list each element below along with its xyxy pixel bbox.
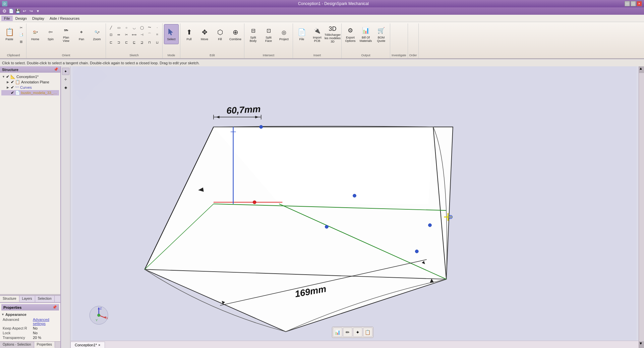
tab-properties[interactable]: Properties [34,342,55,348]
menu-design[interactable]: Design [13,16,30,21]
split-body-button[interactable]: ⊟ Split Body [246,24,260,44]
canvas-area[interactable]: ✦ ✧ ◈ [61,66,644,348]
sketch-extra2[interactable]: ⊐ [115,39,122,46]
download-3d-button[interactable]: 3D Télécharger les modèles 3D [325,24,340,44]
advanced-value[interactable]: Advanced settings [33,318,58,326]
clipboard-label: Clipboard [2,54,25,58]
tree-item-model[interactable]: ✔ 📄 bustin_modela_33_tail_profi... [1,90,59,95]
properties-header: Properties 📌 [1,304,59,310]
structure-pin-icon[interactable]: 📌 [54,67,58,72]
split-button[interactable]: ⊣ [138,31,145,38]
sketch-extra4[interactable]: ⊑ [130,39,138,46]
bom-quote-button[interactable]: 🛒 BOM Quote [374,24,389,44]
redo-button[interactable]: ↪ [28,8,34,14]
output-label: Output [361,54,370,58]
home-button[interactable]: 🏠▾ Home [28,24,43,44]
combine-button[interactable]: ⊕ Combine [228,24,243,44]
paste-special-button[interactable]: ⊞ [17,38,25,45]
circle-button[interactable]: ○ [123,24,130,31]
maximize-button[interactable]: □ [631,1,636,6]
arc-button[interactable]: ◡ [130,24,138,31]
sketch-extra7[interactable]: ⊔ [154,39,161,46]
app-logo: ⚙ [1,8,7,14]
ellipse-button[interactable]: ◯ [138,24,145,31]
mirror-button[interactable]: ⇔ [115,31,122,38]
right-scrollbar[interactable]: ▲ ▼ [639,66,644,348]
pull-button[interactable]: ⬆ Pull [182,24,196,44]
bill-materials-button[interactable]: 📊 Bill Of Materials [358,24,373,44]
line-button[interactable]: ╱ [107,24,115,31]
canvas-tab-conception[interactable]: Conception1* × [70,342,105,348]
orient-group: 🏠▾ Home ⟳▾ Spin 🗺▾ Plan View ✥ Pan 🔍▾ [26,23,106,58]
svg-text:60,7mm: 60,7mm [226,103,261,116]
pan-button[interactable]: ✥ Pan [74,24,89,44]
file-insert-button[interactable]: 📄 File [294,24,309,44]
select-label: Select [167,38,175,41]
output-group: ⚙ Export Options 📊 Bill Of Materials 🛒 B… [342,23,390,58]
scroll-down[interactable]: ▼ [639,341,644,348]
app-icon: D [2,1,7,6]
import-pcb-button[interactable]: 🔌 Import PCB [310,24,325,44]
fillet-button[interactable]: ⌒ [146,31,153,38]
drawing-canvas[interactable]: 60,7mm 169mm [70,66,639,348]
tab-selection[interactable]: Selection [35,296,55,302]
split-face-button[interactable]: ⊡ Split Face [261,24,276,44]
cut-button[interactable]: ✂ [17,24,25,31]
props-row-advanced: Advanced Advanced settings [1,317,59,326]
minimize-button[interactable]: — [625,1,630,6]
close-button[interactable]: ✕ [637,1,642,6]
title-bar: D Conception1 - DesignSpark Mechanical —… [0,0,644,7]
tab-options-selection[interactable]: Options - Selection [0,342,34,348]
svg-point-15 [353,194,356,197]
zoom-button[interactable]: 🔍▾ Zoom [90,24,104,44]
tree-item-annotation[interactable]: ▶ ✔ 📋 Annotation Plane [1,79,59,85]
svg-text:Z: Z [100,306,102,310]
left-tabs: Structure Layers Selection [0,295,60,302]
offset-button[interactable]: ⊡ [107,31,115,38]
extend-button[interactable]: ⟺ [130,31,138,38]
paste-label: Paste [5,38,13,41]
menu-aide[interactable]: Aide / Ressources [47,16,82,21]
svg-point-19 [253,201,256,204]
point-button[interactable]: · [154,24,161,31]
left-tool-3[interactable]: ◈ [62,84,69,91]
tab-layers[interactable]: Layers [19,296,35,302]
trim-button[interactable]: ✂ [123,31,130,38]
chamfer-button[interactable]: ⌗ [154,31,161,38]
quick-access-dropdown[interactable]: ▾ [35,8,41,14]
clipboard-group: 📋 Paste ✂ 📑 ⊞ Clipboard [1,23,26,58]
export-options-button[interactable]: ⚙ Export Options [343,24,358,44]
properties-pin-icon[interactable]: 📌 [52,305,57,309]
copy-button[interactable]: 📑 [17,31,25,38]
sketch-extra5[interactable]: ⊒ [138,39,145,46]
fill-button[interactable]: ⬡ Fill [213,24,227,44]
canvas-tab-close[interactable]: × [98,343,100,347]
select-button[interactable]: Select [164,24,179,44]
sketch-extra6[interactable]: ⊓ [146,39,153,46]
new-button[interactable]: 📄 [8,8,14,14]
menu-display[interactable]: Display [30,16,47,21]
bottom-btn-4[interactable]: 📋 [363,328,372,337]
bottom-btn-1[interactable]: 📊 [333,328,342,337]
sketch-extra3[interactable]: ⊏ [123,39,130,46]
scroll-up[interactable]: ▲ [639,66,644,73]
planview-button[interactable]: 🗺▾ Plan View [59,24,73,44]
tab-structure[interactable]: Structure [0,296,19,302]
tree-item-curves[interactable]: ▶ ✔ 〰 Curves [1,85,59,90]
left-tool-1[interactable]: ✦ [62,68,69,75]
paste-button[interactable]: 📋 Paste [2,24,17,44]
left-tool-strip: ✦ ✧ ◈ [61,66,70,348]
rect-button[interactable]: ▭ [115,24,122,31]
menu-file[interactable]: File [1,16,13,21]
undo-button[interactable]: ↩ [21,8,27,14]
left-tool-2[interactable]: ✧ [62,76,69,83]
tree-item-conception[interactable]: ▼ ✔ 📐 Conception1* [1,74,59,79]
spline-button[interactable]: 〜 [146,24,153,31]
project-button[interactable]: ◎ Project [277,24,291,44]
spin-button[interactable]: ⟳▾ Spin [43,24,58,44]
bottom-btn-2[interactable]: ✏ [343,328,352,337]
save-button[interactable]: 💾 [15,8,21,14]
bottom-btn-3[interactable]: ✦ [353,328,362,337]
move-button[interactable]: ✥ Move [197,24,212,44]
sketch-extra1[interactable]: ⊏ [107,39,115,46]
